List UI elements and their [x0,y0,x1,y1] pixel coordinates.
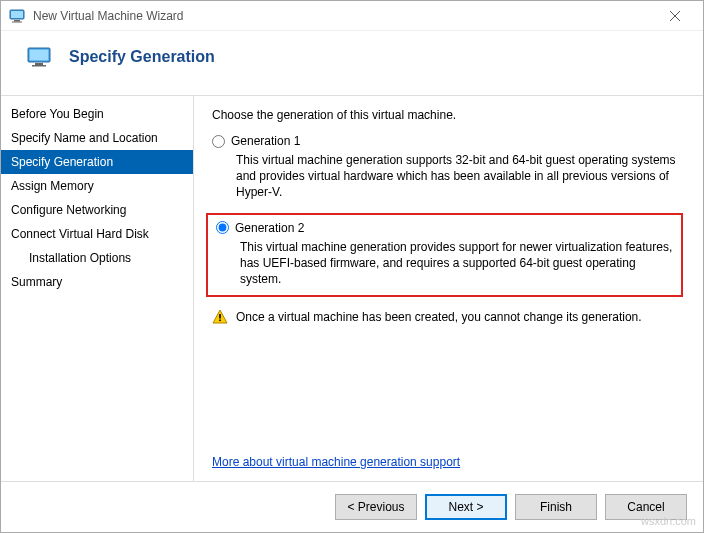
step-before-you-begin[interactable]: Before You Begin [1,102,193,126]
step-specify-name-location[interactable]: Specify Name and Location [1,126,193,150]
svg-rect-2 [14,20,20,22]
radio-generation-1[interactable]: Generation 1 [212,134,687,148]
step-specify-generation[interactable]: Specify Generation [1,150,193,174]
svg-rect-8 [35,63,43,65]
page-title: Specify Generation [69,48,215,66]
warning-row: Once a virtual machine has been created,… [212,309,687,325]
radio-generation-1-input[interactable] [212,135,225,148]
previous-button[interactable]: < Previous [335,494,417,520]
warning-icon [212,309,228,325]
watermark: wsxdn.com [641,515,696,527]
svg-rect-7 [30,50,49,61]
step-installation-options[interactable]: Installation Options [1,246,193,270]
svg-rect-3 [12,21,22,22]
more-info-row: More about virtual machine generation su… [212,455,687,469]
intro-text: Choose the generation of this virtual ma… [212,108,687,122]
main-panel: Choose the generation of this virtual ma… [194,96,703,481]
close-button[interactable] [655,2,695,30]
gen1-description: This virtual machine generation supports… [236,152,687,201]
radio-generation-2[interactable]: Generation 2 [216,221,673,235]
svg-rect-1 [11,11,23,18]
svg-rect-9 [32,65,46,67]
wizard-icon [27,47,51,67]
gen2-highlight-box: Generation 2 This virtual machine genera… [206,213,683,298]
window-title: New Virtual Machine Wizard [33,9,655,23]
finish-button[interactable]: Finish [515,494,597,520]
svg-rect-11 [219,314,221,319]
step-connect-vhd[interactable]: Connect Virtual Hard Disk [1,222,193,246]
more-info-link[interactable]: More about virtual machine generation su… [212,455,460,469]
sidebar: Before You Begin Specify Name and Locati… [1,96,194,481]
svg-rect-12 [219,320,221,322]
radio-generation-1-label: Generation 1 [231,134,300,148]
header: Specify Generation [1,31,703,95]
step-assign-memory[interactable]: Assign Memory [1,174,193,198]
step-summary[interactable]: Summary [1,270,193,294]
radio-generation-2-label: Generation 2 [235,221,304,235]
footer: < Previous Next > Finish Cancel [1,481,703,532]
app-icon [9,8,25,24]
warning-text: Once a virtual machine has been created,… [236,310,642,324]
titlebar: New Virtual Machine Wizard [1,1,703,31]
body: Before You Begin Specify Name and Locati… [1,95,703,481]
step-configure-networking[interactable]: Configure Networking [1,198,193,222]
wizard-window: New Virtual Machine Wizard Specify Gener… [0,0,704,533]
next-button[interactable]: Next > [425,494,507,520]
gen2-description: This virtual machine generation provides… [240,239,673,288]
radio-generation-2-input[interactable] [216,221,229,234]
